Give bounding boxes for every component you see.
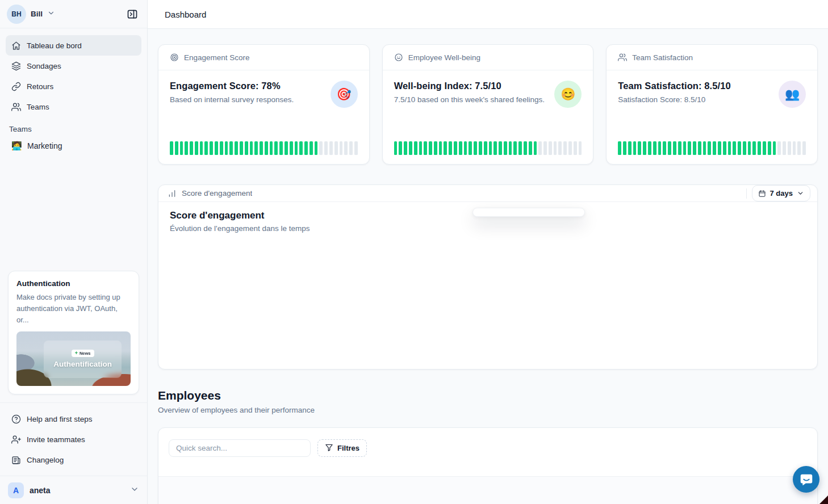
funnel-icon xyxy=(325,443,333,453)
gauge-bar xyxy=(723,141,726,155)
promo-card-authentication[interactable]: Authentication Make docs private by sett… xyxy=(8,271,139,394)
chart-header-label: Score d'engagement xyxy=(182,189,252,198)
kpi-card-header: Employee Well-being xyxy=(383,45,593,70)
gauge-bar xyxy=(254,141,258,155)
gauge-bar xyxy=(574,141,577,155)
workspace-name: aneta xyxy=(30,486,51,495)
gauge-bar xyxy=(409,141,412,155)
kpi-card-engagement-score: Engagement ScoreEngagement Score: 78%Bas… xyxy=(158,44,370,165)
sidebar-bottom-nav: Help and first stepsInvite teammatesChan… xyxy=(0,402,147,476)
kpi-progress-gauge xyxy=(394,141,582,155)
sidebar-item-tableau-de-bord[interactable]: Tableau de bord xyxy=(6,35,141,56)
kpi-subtitle: Satisfaction Score: 8.5/10 xyxy=(618,95,806,104)
gauge-bar xyxy=(340,141,343,155)
gauge-bar xyxy=(484,141,487,155)
collapse-icon xyxy=(127,9,138,20)
gauge-bar xyxy=(315,141,318,155)
gauge-bar xyxy=(180,141,183,155)
topbar: Dashboard xyxy=(148,0,828,29)
news-badge-label: News xyxy=(80,351,91,356)
news-badge: +News xyxy=(72,350,94,357)
gauge-bar xyxy=(643,141,646,155)
link-icon xyxy=(11,82,21,91)
gauge-bar xyxy=(628,141,632,155)
user-name[interactable]: Bill xyxy=(31,10,43,18)
kpi-subtitle: Based on internal survey responses. xyxy=(170,95,358,104)
target-icon xyxy=(170,53,179,62)
search-input[interactable] xyxy=(169,439,311,457)
gauge-bar xyxy=(414,141,417,155)
gauge-bar xyxy=(713,141,716,155)
filters-button-label: Filtres xyxy=(337,444,359,452)
gauge-bar xyxy=(215,141,218,155)
gauge-bar xyxy=(563,141,567,155)
gauge-bar xyxy=(419,141,423,155)
chevron-down-icon[interactable] xyxy=(47,9,55,19)
employees-table-card: Filtres xyxy=(158,427,818,504)
kpi-title: Well-being Index: 7.5/10 xyxy=(394,81,582,91)
sidebar-item-label: Tableau de bord xyxy=(27,41,82,50)
sidebar-item-sondages[interactable]: Sondages xyxy=(6,56,141,76)
promo-description: Make docs private by setting up authenti… xyxy=(16,292,131,326)
gauge-bar xyxy=(459,141,462,155)
kpi-progress-gauge xyxy=(170,141,358,155)
sidebar-item-retours[interactable]: Retours xyxy=(6,76,141,96)
sidebar: BH Bill Tableau de bordSondagesRetoursTe… xyxy=(0,0,148,504)
gauge-bar xyxy=(195,141,198,155)
gauge-bar xyxy=(235,141,238,155)
filters-button[interactable]: Filtres xyxy=(317,439,367,457)
chat-launcher-button[interactable] xyxy=(793,466,819,493)
kpi-card-employee-well-being: Employee Well-beingWell-being Index: 7.5… xyxy=(382,44,594,165)
workspace-switcher[interactable]: A aneta xyxy=(0,476,147,504)
user-avatar[interactable]: BH xyxy=(7,5,26,24)
gauge-bar xyxy=(773,141,776,155)
gauge-bar xyxy=(752,141,756,155)
gauge-bar xyxy=(683,141,687,155)
gauge-bar xyxy=(738,141,741,155)
gauge-bar xyxy=(568,141,572,155)
sidebar-item-changelog[interactable]: Changelog xyxy=(6,450,141,470)
sidebar-item-teams[interactable]: Teams xyxy=(6,96,141,117)
gauge-bar xyxy=(329,141,333,155)
chart-subtitle: Évolution de l'engagement dans le temps xyxy=(170,224,806,233)
team-label: Marketing xyxy=(27,141,62,150)
kpi-card-header: Engagement Score xyxy=(158,45,369,70)
gauge-bar xyxy=(743,141,746,155)
gauge-bar xyxy=(439,141,442,155)
sidebar-team-marketing[interactable]: 🧑‍💻Marketing xyxy=(6,136,141,156)
smile-icon xyxy=(394,53,403,62)
gauge-bar xyxy=(728,141,731,155)
gauge-bar xyxy=(788,141,791,155)
collapse-sidebar-button[interactable] xyxy=(124,6,140,22)
gauge-bar xyxy=(190,141,193,155)
gauge-bar xyxy=(529,141,532,155)
gauge-bar xyxy=(703,141,706,155)
gauge-bar xyxy=(524,141,527,155)
gauge-bar xyxy=(210,141,213,155)
sidebar-item-help-and-first-steps[interactable]: Help and first steps xyxy=(6,409,141,429)
promo-image: +News Authentification xyxy=(16,331,131,386)
mouse-cursor xyxy=(819,495,828,504)
gauge-bar xyxy=(319,141,323,155)
gauge-bar xyxy=(324,141,328,155)
layers-icon xyxy=(11,61,21,71)
promo-image-overlay: +News Authentification xyxy=(44,341,122,377)
employees-table-header xyxy=(158,476,817,504)
kpi-header-label: Engagement Score xyxy=(184,53,250,62)
gauge-bar xyxy=(394,141,398,155)
kpi-card-body: Team Satisfaction: 8.5/10Satisfaction Sc… xyxy=(607,70,817,141)
help-icon xyxy=(11,414,21,424)
sidebar-item-invite-teammates[interactable]: Invite teammates xyxy=(6,429,141,450)
gauge-bar xyxy=(265,141,268,155)
date-range-button[interactable]: 7 days xyxy=(752,185,810,201)
kpi-subtitle: 7.5/10 based on this week's shared feeli… xyxy=(394,95,582,104)
gauge-bar xyxy=(718,141,721,155)
gauge-bar xyxy=(494,141,497,155)
date-range-label: 7 days xyxy=(770,189,793,198)
user-plus-icon xyxy=(11,435,21,444)
gauge-bar xyxy=(250,141,253,155)
kpi-progress-gauge xyxy=(618,141,806,155)
gauge-bar xyxy=(349,141,353,155)
promo-image-caption: Authentification xyxy=(53,360,112,368)
kpi-emoji-badge: 👥 xyxy=(779,81,806,108)
